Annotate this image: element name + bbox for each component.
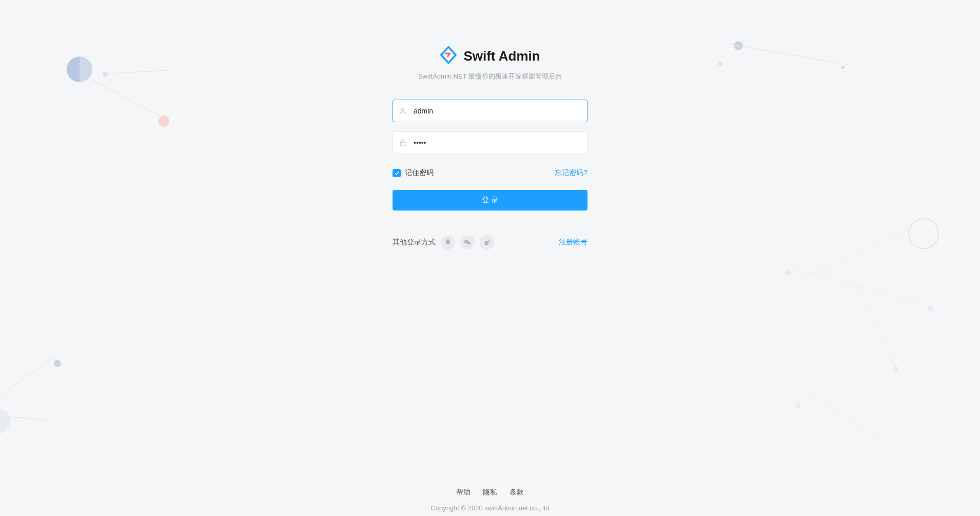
weibo-login-icon[interactable] (480, 235, 494, 250)
brand-title: Swift Admin (463, 48, 540, 64)
password-input[interactable] (393, 131, 587, 154)
svg-point-3 (467, 242, 471, 244)
wechat-login-icon[interactable] (460, 235, 475, 250)
remember-label: 记住密码 (405, 168, 434, 178)
forgot-password-link[interactable]: 忘记密码? (555, 168, 587, 178)
other-login-label: 其他登录方式 (393, 238, 436, 247)
footer: 帮助 隐私 条款 Copyright © 2020 swiftAdmin.net… (0, 488, 980, 512)
login-button[interactable]: 登 录 (393, 190, 587, 211)
lock-icon (399, 139, 407, 147)
decoration-bottom-right (703, 218, 949, 403)
register-link[interactable]: 注册帐号 (559, 238, 587, 247)
qq-login-icon[interactable] (441, 235, 455, 250)
decoration-bottom-left (0, 341, 87, 434)
copyright-text: Copyright © 2020 swiftAdmin.net co., ltd (0, 504, 980, 512)
decoration-top-right (718, 41, 852, 82)
user-icon (399, 107, 407, 115)
username-field-group (393, 100, 587, 122)
svg-rect-1 (400, 142, 405, 146)
svg-point-0 (401, 108, 404, 111)
footer-link-terms[interactable]: 条款 (509, 488, 524, 496)
login-panel: Swift Admin SwiftAdmin.NET 最懂你的极速开发框架管理后… (387, 46, 593, 250)
password-field-group (393, 131, 587, 154)
decoration-top-left (51, 51, 195, 144)
remember-checkbox[interactable]: 记住密码 (393, 168, 434, 178)
logo-icon (440, 46, 457, 66)
brand-subtitle: SwiftAdmin.NET 最懂你的极速开发框架管理后台 (387, 72, 593, 81)
footer-link-help[interactable]: 帮助 (456, 488, 471, 496)
username-input[interactable] (393, 100, 587, 122)
svg-point-4 (484, 241, 488, 245)
check-icon (393, 169, 401, 177)
footer-link-privacy[interactable]: 隐私 (483, 488, 497, 496)
